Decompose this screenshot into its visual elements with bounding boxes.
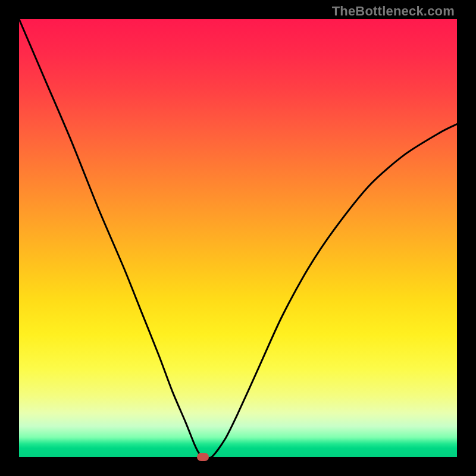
chart-frame: TheBottleneck.com [0, 0, 476, 476]
optimal-point-marker [197, 453, 209, 461]
bottleneck-curve [19, 19, 457, 457]
watermark-text: TheBottleneck.com [332, 4, 455, 19]
plot-area [19, 19, 457, 457]
